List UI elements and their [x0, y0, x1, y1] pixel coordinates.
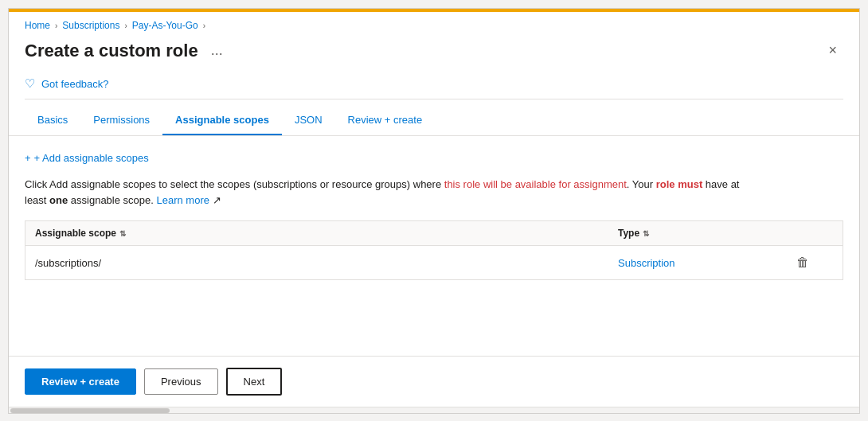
divider: [25, 99, 843, 99]
close-button[interactable]: ×: [822, 39, 843, 62]
chevron-icon-1: ›: [55, 21, 57, 30]
scrollbar-thumb[interactable]: [10, 408, 170, 413]
plus-icon: +: [25, 152, 31, 164]
sort-icon-type: ⇅: [643, 229, 649, 238]
review-create-button[interactable]: Review + create: [25, 368, 136, 395]
breadcrumb: Home › Subscriptions › Pay-As-You-Go ›: [9, 12, 859, 36]
next-button[interactable]: Next: [226, 368, 283, 396]
chevron-icon-3: ›: [203, 21, 205, 30]
col-header-type-label: Type: [618, 228, 639, 239]
tab-review-create[interactable]: Review + create: [335, 106, 436, 135]
info-highlight-must: role must: [656, 178, 703, 190]
col-header-scope[interactable]: Assignable scope ⇅: [35, 228, 618, 239]
tabs-row: Basics Permissions Assignable scopes JSO…: [9, 106, 859, 136]
col-header-scope-label: Assignable scope: [35, 228, 116, 239]
sort-icon-scope: ⇅: [119, 229, 126, 238]
breadcrumb-payasyougo[interactable]: Pay-As-You-Go: [132, 20, 198, 31]
col-header-type[interactable]: Type ⇅: [618, 228, 793, 239]
content-area: + + Add assignable scopes Click Add assi…: [9, 136, 859, 356]
info-part4: assignable scope.: [68, 194, 156, 206]
previous-button[interactable]: Previous: [144, 368, 218, 395]
external-link-icon: ↗: [209, 194, 221, 206]
page-title: Create a custom role: [25, 41, 198, 61]
delete-row-button[interactable]: 🗑: [793, 254, 812, 271]
table-header: Assignable scope ⇅ Type ⇅: [25, 221, 843, 246]
tab-json[interactable]: JSON: [282, 106, 335, 135]
scope-value: /subscriptions/: [35, 257, 618, 269]
breadcrumb-subscriptions[interactable]: Subscriptions: [62, 20, 119, 31]
tab-assignable-scopes[interactable]: Assignable scopes: [162, 106, 282, 135]
table-row: /subscriptions/ Subscription 🗑: [25, 246, 843, 279]
title-row: Create a custom role ... ×: [9, 36, 859, 72]
ellipsis-button[interactable]: ...: [206, 41, 228, 60]
add-assignable-scopes-button[interactable]: + + Add assignable scopes: [25, 149, 149, 167]
trash-icon: 🗑: [796, 255, 809, 269]
info-highlight-role: this role will be available for assignme…: [444, 178, 627, 190]
type-value: Subscription: [618, 257, 793, 269]
info-part1: Click Add assignable scopes to select th…: [25, 178, 444, 190]
scrollbar-area: [9, 407, 859, 413]
learn-more-link[interactable]: Learn more: [157, 194, 209, 206]
chevron-icon-2: ›: [124, 21, 127, 30]
info-part2: . Your: [627, 178, 656, 190]
feedback-row: ♡ Got feedback?: [9, 72, 859, 99]
tab-basics[interactable]: Basics: [25, 106, 80, 135]
col-header-actions: [793, 228, 833, 239]
feedback-link[interactable]: Got feedback?: [41, 78, 109, 90]
add-scope-label: + Add assignable scopes: [34, 152, 149, 164]
heart-icon: ♡: [25, 76, 35, 91]
row-actions: 🗑: [793, 254, 833, 271]
info-highlight-one: one: [49, 194, 68, 206]
breadcrumb-home[interactable]: Home: [25, 20, 50, 31]
footer: Review + create Previous Next: [9, 356, 859, 407]
tab-permissions[interactable]: Permissions: [80, 106, 162, 135]
table-container: Assignable scope ⇅ Type ⇅ /subscriptions…: [25, 220, 843, 280]
info-text: Click Add assignable scopes to select th…: [25, 177, 741, 208]
